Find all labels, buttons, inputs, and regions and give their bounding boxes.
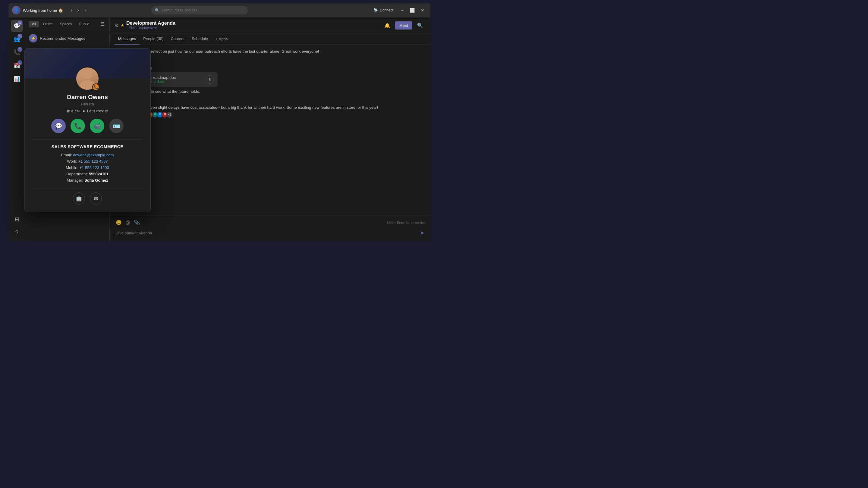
manager-value: Sofia Gomez (84, 178, 108, 183)
file-status: ✓ Safe (154, 80, 164, 84)
channel-title-group: Development Agenda ENG Deployment (126, 21, 176, 30)
settings-icon[interactable]: ⚙ (115, 23, 119, 28)
chat-action-icon: 💬 (55, 122, 62, 130)
message-input-box: ➤ (115, 228, 426, 237)
recommended-label: Recommended Messages (40, 36, 85, 41)
at-mention-button[interactable]: @ (124, 219, 131, 227)
sidebar-item-team[interactable]: 👥 1 (11, 33, 23, 45)
tab-direct[interactable]: Direct (40, 21, 56, 27)
input-toolbar: 😊 @ 📎 Shift + Enter for a new line (115, 218, 426, 227)
notification-button[interactable]: 🔔 (382, 22, 393, 30)
left-panel-header: All Direct Spaces Public ☰ (25, 18, 110, 30)
sidebar-item-apps[interactable]: ⊞ (11, 213, 23, 225)
svg-point-21 (159, 113, 161, 116)
card-work-phone-detail: Work: +1 555 123 4567 (32, 159, 143, 164)
tab-messages[interactable]: Messages (115, 33, 140, 44)
tab-public[interactable]: Public (76, 21, 92, 27)
sidebar-item-calendar[interactable]: 📅 1 (11, 60, 23, 72)
card-profile-button[interactable]: 🪪 (109, 119, 124, 133)
calls-badge: 1 (18, 47, 22, 52)
search-input[interactable] (161, 8, 244, 12)
card-pronouns: He/Him (32, 102, 143, 106)
email-icon: ✉ (94, 196, 98, 201)
nav-forward-button[interactable]: › (75, 6, 81, 15)
email-label: Email: (61, 153, 72, 157)
tab-schedule[interactable]: Schedule (188, 33, 212, 44)
profile-action-icon: 🪪 (113, 122, 120, 130)
work-phone-link[interactable]: +1 555 123 4567 (79, 159, 108, 164)
minimize-button[interactable]: − (399, 7, 406, 14)
sidebar-item-help[interactable]: ? (11, 227, 23, 238)
sidebar-icons: 💬 4 👥 1 📞 1 📅 1 📊 ⊞ (8, 18, 25, 241)
card-top-background: 📞 (24, 48, 150, 78)
tab-content[interactable]: Content (167, 33, 188, 44)
team-badge: 1 (18, 34, 22, 38)
analytics-icon: 📊 (13, 76, 20, 82)
message-text: all take a moment to reflect on just how… (115, 48, 426, 55)
card-contact-name: Darren Owens (32, 94, 143, 101)
download-button[interactable]: ⬇ (206, 75, 214, 84)
tab-people[interactable]: People (30) (140, 33, 167, 44)
email-link[interactable]: dowens@example.com (73, 153, 114, 157)
card-body: Darren Owens He/Him In a call Let's rock… (24, 78, 150, 212)
dept-value: 555024101 (89, 172, 108, 176)
card-department-detail: Department: 555024101 (32, 172, 143, 176)
messages-area: all take a moment to reflect on just how… (110, 45, 430, 216)
card-chat-button[interactable]: 💬 (51, 119, 66, 133)
sidebar-item-analytics[interactable]: 📊 (11, 73, 23, 85)
filter-button[interactable]: ☰ (99, 20, 106, 28)
mobile-phone-link[interactable]: +1 555 123 1200 (80, 165, 109, 170)
add-tab-button[interactable]: + (82, 6, 90, 15)
sidebar-item-chat[interactable]: 💬 4 (11, 20, 23, 32)
input-hint: Shift + Enter for a new line (387, 221, 426, 224)
message-block: Smith 8:28 AM 📄 project-roadmap.doc 24 K… (115, 66, 426, 101)
apps-tab[interactable]: + Apps (212, 34, 231, 44)
svg-point-19 (154, 113, 156, 116)
work-label: Work: (67, 159, 77, 164)
connect-icon: 📡 (373, 8, 378, 12)
card-org-button[interactable]: 🏢 (73, 193, 85, 204)
org-icon: 🏢 (76, 196, 82, 201)
nav-arrows: ‹ › + (69, 6, 90, 15)
close-button[interactable]: ✕ (418, 7, 427, 14)
card-mobile-phone-detail: Mobile: +1 555 123 1200 (32, 165, 143, 170)
card-call-button[interactable]: 📞 (70, 119, 85, 133)
sidebar-item-calls[interactable]: 📞 1 (11, 46, 23, 59)
window-title: Working from home 🏠 (23, 8, 63, 13)
header-actions: 🔔 Meet 🔍 (382, 22, 426, 30)
card-manager-detail: Manager: Sofia Gomez (32, 178, 143, 183)
window-controls: − ⬜ ✕ (399, 7, 427, 14)
channel-subtitle: ENG Deployment (129, 26, 176, 30)
connect-button[interactable]: 📡 Connect (370, 7, 396, 13)
message-input-area: 😊 @ 📎 Shift + Enter for a new line ➤ (110, 216, 430, 241)
manager-label: Manager: (67, 178, 83, 183)
tab-all[interactable]: All (29, 21, 39, 27)
mobile-label: Mobile: (66, 165, 79, 170)
send-button[interactable]: ➤ (418, 228, 426, 237)
attach-button[interactable]: 📎 (133, 218, 141, 227)
svg-point-23 (164, 113, 166, 116)
phone-status-badge: 📞 (92, 84, 99, 91)
recommended-messages[interactable]: ⚡ Recommended Messages (25, 32, 110, 45)
card-email-button[interactable]: ✉ (90, 193, 102, 204)
card-footer-buttons: 🏢 ✉ (32, 189, 143, 204)
nav-back-button[interactable]: ‹ (69, 6, 74, 15)
meet-button[interactable]: Meet (395, 22, 412, 30)
maximize-button[interactable]: ⬜ (407, 7, 417, 14)
panel-tabs: All Direct Spaces Public (29, 21, 92, 27)
emoji-button[interactable]: 😊 (115, 218, 123, 227)
tab-spaces[interactable]: Spaces (57, 21, 75, 27)
lightning-icon: ⚡ (29, 34, 37, 42)
message-text: ght schedules, and even slight delays ha… (115, 104, 426, 110)
message-input[interactable] (115, 231, 418, 235)
search-icon: 🔍 (155, 8, 159, 12)
calendar-badge: 1 (18, 60, 22, 65)
search-channel-button[interactable]: 🔍 (415, 22, 426, 30)
channel-title: Development Agenda (126, 21, 176, 26)
card-divider (32, 139, 143, 139)
apps-icon: ⊞ (15, 216, 19, 223)
card-video-button[interactable]: 📹 (90, 119, 104, 133)
right-panel: ⚙ ★ Development Agenda ENG Deployment 🔔 … (110, 18, 430, 241)
card-status: In a call Let's rock it! (32, 109, 143, 113)
status-text: Let's rock it! (87, 109, 108, 113)
